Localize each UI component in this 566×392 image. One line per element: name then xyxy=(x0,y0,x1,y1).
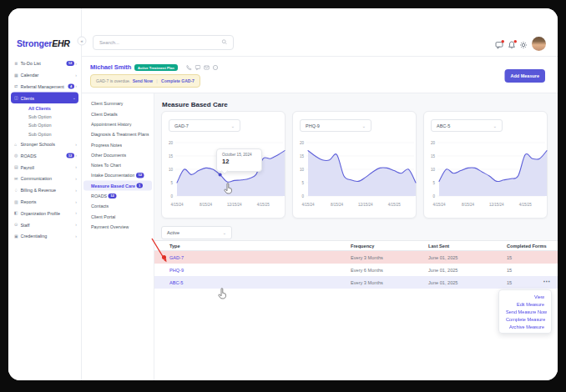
sidebar-collapse-button[interactable]: « xyxy=(78,37,87,46)
cell-type[interactable]: PHQ-9 xyxy=(154,268,351,273)
subnav-item-diagnosis-treatment-plans[interactable]: Diagnosis & Treatment Plans xyxy=(82,129,154,139)
svg-text:8/15/24: 8/15/24 xyxy=(331,203,344,207)
sidebar-item-to-do-list[interactable]: ≣To-Do List12› xyxy=(8,58,81,69)
staff-icon: ⊙ xyxy=(14,223,21,228)
menu-item-complete-measure[interactable]: Complete Measure xyxy=(499,315,551,323)
client-name: Michael Smith xyxy=(90,63,131,71)
chevron-right-icon: › xyxy=(75,84,77,89)
overdue-alert-banner: GAD-7 is overdue. Send Now | Complete GA… xyxy=(90,74,200,88)
phone-icon[interactable] xyxy=(186,65,192,71)
menu-item-archive-measure[interactable]: Archive Measure xyxy=(499,323,551,330)
sidebar-subitem-sub-option[interactable]: Sub Option xyxy=(8,113,81,121)
cell-type[interactable]: GAD-7 xyxy=(154,255,351,260)
settings-gear-icon[interactable] xyxy=(519,41,528,49)
sidebar-item-roads[interactable]: ◎ROADS12› xyxy=(8,150,81,162)
chevron-right-icon: › xyxy=(75,73,77,78)
sidebar-item-clients[interactable]: ◫Clients⌄ xyxy=(11,92,78,103)
sidebar-item-communication[interactable]: ✉Communication› xyxy=(8,173,81,184)
cell-type[interactable]: ABC-5 xyxy=(154,280,351,285)
sidebar-item-credentialing[interactable]: ▣Credentialing› xyxy=(8,230,81,242)
sidebar-item-billing-revenue[interactable]: ♢Billing & Revenue› xyxy=(8,184,81,196)
sidebar-item-label: Communication xyxy=(21,176,74,181)
sidebar-item-label: Payroll xyxy=(21,164,74,169)
more-icon[interactable] xyxy=(213,65,219,71)
subnav-item-contacts[interactable]: Contacts xyxy=(82,201,154,211)
mail-icon[interactable] xyxy=(204,65,210,71)
sidebar-item-stronger-schools[interactable]: ⌂Stronger Schools› xyxy=(8,138,81,150)
search-icon xyxy=(222,39,228,46)
table-row-gad-7[interactable]: GAD-7Every 3 MonthsJune 01, 202515 xyxy=(154,251,558,264)
menu-item-view[interactable]: View xyxy=(499,293,551,300)
subnav-item-label: Client Portal xyxy=(91,214,115,219)
subnav-item-label: Client Summary xyxy=(91,101,123,106)
chevron-right-icon: › xyxy=(75,142,77,147)
sidebar-item-label: Staff xyxy=(21,222,74,227)
chevron-down-icon: ⌄ xyxy=(231,123,235,128)
sidebar-item-label: Clients xyxy=(21,95,72,100)
subnav-item-appointment-history[interactable]: Appointment History xyxy=(82,119,154,129)
menu-item-send-measure-now[interactable]: Send Measure Now xyxy=(499,308,551,315)
svg-text:4/15/25: 4/15/25 xyxy=(257,203,270,207)
svg-text:10: 10 xyxy=(431,168,436,172)
measures-table: Type Frequency Last Sent Completed Forms… xyxy=(154,240,558,289)
subnav-item-client-details[interactable]: Client Details xyxy=(82,108,154,118)
subnav-item-label: Other Documents xyxy=(91,153,126,158)
send-now-link[interactable]: Send Now xyxy=(133,78,153,83)
subnav-item-intake-documentation[interactable]: Intake Documentation12 xyxy=(82,170,154,180)
sidebar-item-reports[interactable]: ▥Reports› xyxy=(8,196,81,208)
sidebar-item-label: Billing & Revenue xyxy=(21,188,74,193)
roads-icon: ◎ xyxy=(14,153,21,158)
billing-icon: ♢ xyxy=(14,188,21,193)
subnav-item-measure-based-care[interactable]: Measure Based Care1 xyxy=(83,180,152,190)
subnav-item-other-documents[interactable]: Other Documents xyxy=(82,149,154,159)
sidebar-item-calendar[interactable]: ▦Calendar› xyxy=(8,69,81,81)
table-row-abc-5[interactable]: ABC-5Every 3 MonthsJune 01, 202515⋯ xyxy=(154,276,558,289)
sidebar-item-label: Credentialing xyxy=(21,234,74,239)
subnav-item-label: Appointment History xyxy=(91,122,132,127)
search-input[interactable]: Search... xyxy=(93,35,234,50)
subnav-item-notes-to-chart[interactable]: Notes To Chart xyxy=(82,160,154,170)
alert-message: GAD-7 is overdue. xyxy=(96,78,130,83)
notifications-bell-icon[interactable] xyxy=(508,41,516,49)
cell-last-sent: June 01, 2025 xyxy=(428,255,507,260)
subnav-item-client-portal[interactable]: Client Portal xyxy=(82,211,154,221)
sidebar-item-payroll[interactable]: ▤Payroll› xyxy=(8,161,81,173)
subnav-item-payment-overview[interactable]: Payment Overview xyxy=(82,222,154,232)
cell-last-sent: June 01, 2025 xyxy=(428,280,507,285)
tooltip-date: October 15, 2024 xyxy=(222,153,256,157)
subnav-item-client-summary[interactable]: Client Summary xyxy=(82,98,154,108)
sidebar-subitem-sub-option[interactable]: Sub Option xyxy=(8,129,81,138)
row-actions-ellipsis[interactable]: ⋯ xyxy=(543,277,551,285)
svg-text:4/15/24: 4/15/24 xyxy=(301,203,315,207)
messages-icon[interactable] xyxy=(495,41,503,49)
subnav-item-progress-notes[interactable]: Progress Notes xyxy=(82,139,154,149)
measure-chart-card-abc-5: ABC-5⌄201510504/15/248/15/2412/15/244/15… xyxy=(423,111,548,219)
complete-gad7-link[interactable]: Complete GAD-7 xyxy=(161,78,195,83)
sidebar-subitem-all-clients[interactable]: All Clients xyxy=(8,103,81,112)
cell-last-sent: June 01, 2025 xyxy=(428,268,507,273)
user-avatar[interactable] xyxy=(532,37,546,51)
notification-dot xyxy=(502,40,505,43)
subnav-item-label: Measure Based Care xyxy=(91,183,135,188)
count-badge: 12 xyxy=(66,61,74,66)
svg-text:4/15/24: 4/15/24 xyxy=(170,203,184,207)
table-row-phq-9[interactable]: PHQ-9Every 6 MonthsJune 01, 202515 xyxy=(154,264,558,276)
app-window: StrongerEHR ≣To-Do List12›▦Calendar›⇄Ref… xyxy=(8,8,558,380)
app-logo: StrongerEHR xyxy=(17,38,70,48)
status-badge: Active Treatment Plan xyxy=(134,64,178,71)
subnav-item-roads[interactable]: ROADS12 xyxy=(82,191,154,201)
svg-text:15: 15 xyxy=(169,154,174,158)
sidebar-menu: ≣To-Do List12›▦Calendar›⇄Referral Manage… xyxy=(8,58,81,242)
svg-text:4/15/24: 4/15/24 xyxy=(432,203,446,207)
measure-chart-card-phq-9: PHQ-9⌄201510504/15/248/15/2412/15/244/15… xyxy=(292,111,417,219)
sidebar-item-staff[interactable]: ⊙Staff› xyxy=(8,219,81,230)
status-filter-dropdown[interactable]: Active ⌄ xyxy=(161,226,232,239)
sidebar-item-organization-profile[interactable]: ◧Organization Profile› xyxy=(8,208,81,219)
sidebar-item-referral-management[interactable]: ⇄Referral Management4› xyxy=(8,81,81,93)
chevron-down-icon: ⌄ xyxy=(73,96,76,101)
table-header: Type Frequency Last Sent Completed Forms xyxy=(154,240,558,251)
chat-icon[interactable] xyxy=(195,65,201,71)
sidebar-subitem-sub-option[interactable]: Sub Option xyxy=(8,121,81,129)
menu-item-edit-measure[interactable]: Edit Measure xyxy=(499,300,551,308)
add-measure-button[interactable]: Add Measure xyxy=(504,69,545,83)
